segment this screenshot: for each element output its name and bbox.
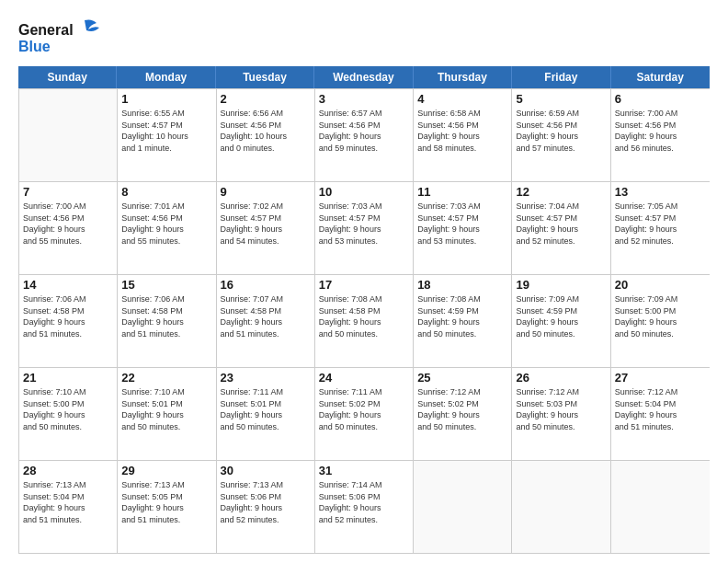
calendar-cell: 26Sunrise: 7:12 AMSunset: 5:03 PMDayligh… bbox=[512, 368, 610, 460]
calendar-cell: 29Sunrise: 7:13 AMSunset: 5:05 PMDayligh… bbox=[118, 461, 216, 553]
cell-info: Sunrise: 7:11 AMSunset: 5:01 PMDaylight:… bbox=[221, 386, 311, 432]
calendar-cell: 11Sunrise: 7:03 AMSunset: 4:57 PMDayligh… bbox=[414, 182, 512, 274]
day-number: 23 bbox=[221, 371, 311, 385]
weekday-header-saturday: Saturday bbox=[611, 66, 710, 88]
day-number: 1 bbox=[121, 92, 211, 106]
cell-info: Sunrise: 7:02 AMSunset: 4:57 PMDaylight:… bbox=[221, 201, 311, 247]
cell-info: Sunrise: 7:06 AMSunset: 4:58 PMDaylight:… bbox=[121, 293, 211, 339]
calendar-cell: 27Sunrise: 7:12 AMSunset: 5:04 PMDayligh… bbox=[611, 368, 710, 460]
calendar-cell bbox=[611, 461, 710, 553]
calendar-cell: 28Sunrise: 7:13 AMSunset: 5:04 PMDayligh… bbox=[19, 461, 118, 553]
cell-info: Sunrise: 7:12 AMSunset: 5:02 PMDaylight:… bbox=[417, 386, 507, 432]
cell-info: Sunrise: 7:03 AMSunset: 4:57 PMDaylight:… bbox=[417, 201, 507, 247]
cell-info: Sunrise: 7:14 AMSunset: 5:06 PMDaylight:… bbox=[319, 479, 409, 525]
cell-info: Sunrise: 7:09 AMSunset: 4:59 PMDaylight:… bbox=[516, 293, 606, 339]
day-number: 9 bbox=[221, 185, 311, 199]
svg-text:General: General bbox=[18, 22, 74, 38]
calendar-header: SundayMondayTuesdayWednesdayThursdayFrid… bbox=[18, 66, 710, 88]
calendar-cell: 30Sunrise: 7:13 AMSunset: 5:06 PMDayligh… bbox=[217, 461, 315, 553]
day-number: 8 bbox=[121, 185, 211, 199]
calendar-cell: 7Sunrise: 7:00 AMSunset: 4:56 PMDaylight… bbox=[19, 182, 118, 274]
calendar-cell: 24Sunrise: 7:11 AMSunset: 5:02 PMDayligh… bbox=[315, 368, 414, 460]
calendar-row-3: 21Sunrise: 7:10 AMSunset: 5:00 PMDayligh… bbox=[19, 367, 710, 460]
calendar-cell: 20Sunrise: 7:09 AMSunset: 5:00 PMDayligh… bbox=[611, 275, 710, 367]
cell-info: Sunrise: 7:08 AMSunset: 4:58 PMDaylight:… bbox=[319, 293, 409, 339]
calendar-cell: 19Sunrise: 7:09 AMSunset: 4:59 PMDayligh… bbox=[512, 275, 610, 367]
calendar-cell: 25Sunrise: 7:12 AMSunset: 5:02 PMDayligh… bbox=[414, 368, 512, 460]
calendar-row-4: 28Sunrise: 7:13 AMSunset: 5:04 PMDayligh… bbox=[19, 460, 710, 553]
day-number: 3 bbox=[319, 92, 409, 106]
day-number: 17 bbox=[319, 278, 409, 292]
weekday-header-sunday: Sunday bbox=[18, 66, 117, 88]
day-number: 30 bbox=[221, 464, 311, 477]
day-number: 4 bbox=[417, 92, 507, 106]
calendar-cell: 5Sunrise: 6:59 AMSunset: 4:56 PMDaylight… bbox=[512, 89, 610, 181]
calendar-cell bbox=[19, 89, 118, 181]
cell-info: Sunrise: 6:58 AMSunset: 4:56 PMDaylight:… bbox=[417, 108, 507, 154]
calendar-cell bbox=[414, 461, 512, 553]
day-number: 6 bbox=[615, 92, 706, 106]
weekday-header-monday: Monday bbox=[117, 66, 215, 88]
day-number: 5 bbox=[516, 92, 606, 106]
calendar-cell: 6Sunrise: 7:00 AMSunset: 4:56 PMDaylight… bbox=[611, 89, 710, 181]
header: General Blue bbox=[18, 18, 710, 57]
cell-info: Sunrise: 6:57 AMSunset: 4:56 PMDaylight:… bbox=[319, 108, 409, 154]
calendar-cell: 16Sunrise: 7:07 AMSunset: 4:58 PMDayligh… bbox=[217, 275, 315, 367]
cell-info: Sunrise: 7:05 AMSunset: 4:57 PMDaylight:… bbox=[615, 201, 706, 247]
cell-info: Sunrise: 7:08 AMSunset: 4:59 PMDaylight:… bbox=[417, 293, 507, 339]
calendar-cell: 9Sunrise: 7:02 AMSunset: 4:57 PMDaylight… bbox=[217, 182, 315, 274]
calendar: SundayMondayTuesdayWednesdayThursdayFrid… bbox=[18, 66, 710, 554]
cell-info: Sunrise: 7:00 AMSunset: 4:56 PMDaylight:… bbox=[23, 201, 113, 247]
day-number: 20 bbox=[615, 278, 706, 292]
page: General Blue SundayMondayTuesdayWednesda… bbox=[0, 0, 728, 563]
cell-info: Sunrise: 7:09 AMSunset: 5:00 PMDaylight:… bbox=[615, 293, 706, 339]
logo: General Blue bbox=[18, 18, 101, 57]
cell-info: Sunrise: 7:03 AMSunset: 4:57 PMDaylight:… bbox=[319, 201, 409, 247]
day-number: 13 bbox=[615, 185, 706, 199]
calendar-cell: 14Sunrise: 7:06 AMSunset: 4:58 PMDayligh… bbox=[19, 275, 118, 367]
calendar-cell: 23Sunrise: 7:11 AMSunset: 5:01 PMDayligh… bbox=[217, 368, 315, 460]
day-number: 22 bbox=[121, 371, 211, 385]
day-number: 10 bbox=[319, 185, 409, 199]
cell-info: Sunrise: 7:10 AMSunset: 5:01 PMDaylight:… bbox=[121, 386, 211, 432]
calendar-cell: 22Sunrise: 7:10 AMSunset: 5:01 PMDayligh… bbox=[118, 368, 216, 460]
calendar-cell: 4Sunrise: 6:58 AMSunset: 4:56 PMDaylight… bbox=[414, 89, 512, 181]
cell-info: Sunrise: 7:04 AMSunset: 4:57 PMDaylight:… bbox=[516, 201, 606, 247]
cell-info: Sunrise: 7:12 AMSunset: 5:03 PMDaylight:… bbox=[516, 386, 606, 432]
calendar-cell: 1Sunrise: 6:55 AMSunset: 4:57 PMDaylight… bbox=[118, 89, 216, 181]
calendar-cell bbox=[512, 461, 610, 553]
logo-svg: General Blue bbox=[18, 18, 101, 57]
weekday-header-tuesday: Tuesday bbox=[216, 66, 314, 88]
day-number: 2 bbox=[221, 92, 311, 106]
cell-info: Sunrise: 6:55 AMSunset: 4:57 PMDaylight:… bbox=[121, 108, 211, 154]
day-number: 11 bbox=[417, 185, 507, 199]
calendar-cell: 10Sunrise: 7:03 AMSunset: 4:57 PMDayligh… bbox=[315, 182, 414, 274]
cell-info: Sunrise: 7:11 AMSunset: 5:02 PMDaylight:… bbox=[319, 386, 409, 432]
day-number: 26 bbox=[516, 371, 606, 385]
calendar-cell: 3Sunrise: 6:57 AMSunset: 4:56 PMDaylight… bbox=[315, 89, 414, 181]
calendar-cell: 13Sunrise: 7:05 AMSunset: 4:57 PMDayligh… bbox=[611, 182, 710, 274]
cell-info: Sunrise: 6:59 AMSunset: 4:56 PMDaylight:… bbox=[516, 108, 606, 154]
day-number: 27 bbox=[615, 371, 706, 385]
calendar-cell: 8Sunrise: 7:01 AMSunset: 4:56 PMDaylight… bbox=[118, 182, 216, 274]
day-number: 25 bbox=[417, 371, 507, 385]
calendar-cell: 31Sunrise: 7:14 AMSunset: 5:06 PMDayligh… bbox=[315, 461, 414, 553]
calendar-row-1: 7Sunrise: 7:00 AMSunset: 4:56 PMDaylight… bbox=[19, 181, 710, 274]
day-number: 21 bbox=[23, 371, 113, 385]
day-number: 14 bbox=[23, 278, 113, 292]
cell-info: Sunrise: 7:06 AMSunset: 4:58 PMDaylight:… bbox=[23, 293, 113, 339]
day-number: 29 bbox=[121, 464, 211, 477]
weekday-header-friday: Friday bbox=[512, 66, 610, 88]
cell-info: Sunrise: 7:00 AMSunset: 4:56 PMDaylight:… bbox=[615, 108, 706, 154]
weekday-header-thursday: Thursday bbox=[414, 66, 512, 88]
cell-info: Sunrise: 7:13 AMSunset: 5:06 PMDaylight:… bbox=[221, 479, 311, 525]
day-number: 12 bbox=[516, 185, 606, 199]
day-number: 7 bbox=[23, 185, 113, 199]
calendar-cell: 17Sunrise: 7:08 AMSunset: 4:58 PMDayligh… bbox=[315, 275, 414, 367]
day-number: 24 bbox=[319, 371, 409, 385]
calendar-cell: 21Sunrise: 7:10 AMSunset: 5:00 PMDayligh… bbox=[19, 368, 118, 460]
day-number: 28 bbox=[23, 464, 113, 477]
calendar-body: 1Sunrise: 6:55 AMSunset: 4:57 PMDaylight… bbox=[18, 88, 710, 554]
day-number: 15 bbox=[121, 278, 211, 292]
cell-info: Sunrise: 7:10 AMSunset: 5:00 PMDaylight:… bbox=[23, 386, 113, 432]
